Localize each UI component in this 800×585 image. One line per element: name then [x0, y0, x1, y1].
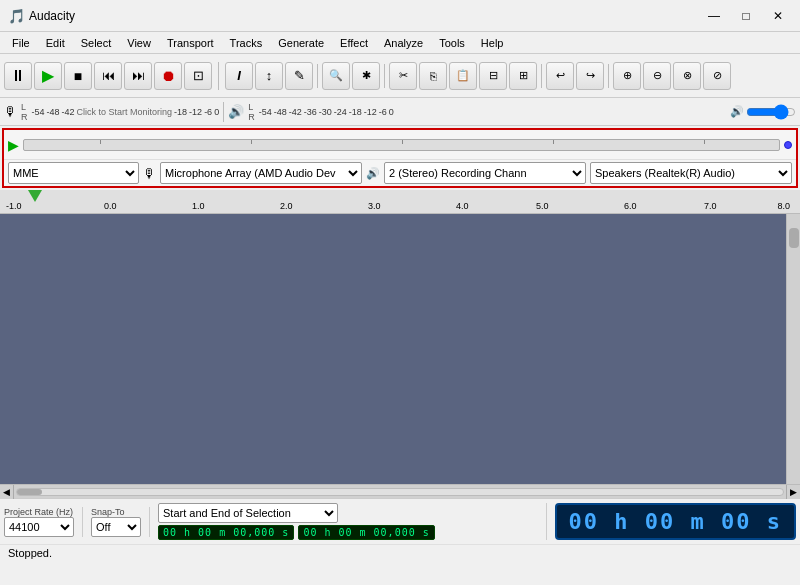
selection-type-select[interactable]: Start and End of Selection Start and Len… — [158, 503, 338, 523]
sel-end-display[interactable]: 00 h 00 m 00,000 s — [298, 525, 434, 540]
recording-device-toolbar: ▶ MME Windows DirectSound Windows WASAPI… — [2, 128, 798, 188]
play-button[interactable]: ▶ — [34, 62, 62, 90]
menu-item-transport[interactable]: Transport — [159, 32, 222, 54]
app-title: Audacity — [29, 9, 700, 23]
meter-sep — [223, 102, 224, 122]
volume-control: 🔊 — [730, 105, 796, 119]
app-icon: 🎵 — [8, 8, 25, 24]
scroll-right-arrow[interactable]: ▶ — [786, 485, 800, 499]
toolbar-sep3 — [541, 64, 542, 88]
close-button[interactable]: ✕ — [764, 6, 792, 26]
menu-item-tracks[interactable]: Tracks — [222, 32, 271, 54]
track-area — [0, 214, 800, 484]
mic-icon: 🎙 — [143, 166, 156, 181]
tools-right: I ↕ ✎ 🔍 ✱ ✂ ⎘ 📋 ⊟ ⊞ ↩ ↪ ⊕ ⊖ ⊗ ⊘ — [225, 62, 796, 90]
toolbar-sep4 — [608, 64, 609, 88]
skip-back-button[interactable]: ⏮ — [94, 62, 122, 90]
zoom-fit-button[interactable]: ⊖ — [643, 62, 671, 90]
menu-item-edit[interactable]: Edit — [38, 32, 73, 54]
status-text: Stopped. — [8, 547, 52, 559]
snap-to-select[interactable]: Off Nearest Prior — [91, 517, 141, 537]
zoom-fit2-button[interactable]: ⊗ — [673, 62, 701, 90]
recording-meter-row: ▶ — [4, 130, 796, 160]
ruler-ticks: -1.0 0.0 1.0 2.0 3.0 4.0 5.0 6.0 7.0 8.0 — [0, 190, 800, 213]
volume-slider[interactable] — [746, 105, 796, 119]
input-meter-icon[interactable]: 🎙 — [4, 104, 17, 119]
statusbar-main: Project Rate (Hz) 44100 22050 48000 Snap… — [0, 499, 800, 544]
transport-toolbar: ⏸ ▶ ■ ⏮ ⏭ ⏺ ⊡ I ↕ ✎ 🔍 ✱ ✂ ⎘ 📋 ⊟ ⊞ ↩ ↪ ⊕ … — [0, 54, 800, 98]
selection-section: Start and End of Selection Start and Len… — [158, 503, 547, 540]
toolbar-sep1 — [317, 64, 318, 88]
statusbar: Project Rate (Hz) 44100 22050 48000 Snap… — [0, 498, 800, 558]
empty-track-area[interactable] — [0, 214, 786, 484]
horizontal-scrollbar[interactable]: ◀ ▶ — [0, 484, 800, 498]
playhead-marker[interactable] — [28, 190, 42, 202]
recording-meter-bar — [23, 139, 780, 151]
volume-icon: 🔊 — [730, 105, 744, 118]
zoom-sel-button[interactable]: ⊕ — [613, 62, 641, 90]
device-selection-row: MME Windows DirectSound Windows WASAPI 🎙… — [4, 160, 796, 186]
status-text-bar: Stopped. — [0, 544, 800, 561]
menu-item-generate[interactable]: Generate — [270, 32, 332, 54]
meter-toolbar: 🎙 LR -54-48-42 Click to Start Monitoring… — [0, 98, 800, 126]
zoom-in-button[interactable]: 🔍 — [322, 62, 350, 90]
h-scrollbar-thumb[interactable] — [17, 489, 42, 495]
meter-dot — [784, 141, 792, 149]
menu-item-file[interactable]: File — [4, 32, 38, 54]
channels-select[interactable]: 2 (Stereo) Recording Chann 1 (Mono) — [384, 162, 586, 184]
transport-controls: ⏸ ▶ ■ ⏮ ⏭ ⏺ ⊡ — [4, 62, 219, 90]
host-select[interactable]: MME Windows DirectSound Windows WASAPI — [8, 162, 139, 184]
pause-button[interactable]: ⏸ — [4, 62, 32, 90]
snap-to-label: Snap-To — [91, 507, 125, 517]
lr-label-in: LR — [21, 102, 28, 122]
trim-button[interactable]: ⊟ — [479, 62, 507, 90]
silence-button[interactable]: ⊞ — [509, 62, 537, 90]
selection-times: 00 h 00 m 00,000 s 00 h 00 m 00,000 s — [158, 525, 435, 540]
time-display: 00 h 00 m 00 s — [555, 503, 796, 540]
menu-item-view[interactable]: View — [119, 32, 159, 54]
undo-button[interactable]: ↩ — [546, 62, 574, 90]
record-button[interactable]: ⏺ — [154, 62, 182, 90]
output-meter-icon[interactable]: 🔊 — [228, 104, 244, 119]
v-scrollbar-thumb[interactable] — [789, 228, 799, 248]
snap-to-section: Snap-To Off Nearest Prior — [91, 507, 150, 537]
project-rate-select[interactable]: 44100 22050 48000 — [4, 517, 74, 537]
click-monitor-label: Click to Start Monitoring — [77, 107, 173, 117]
menu-item-tools[interactable]: Tools — [431, 32, 473, 54]
stop-button[interactable]: ■ — [64, 62, 92, 90]
input-db-labels: -54-48-42 Click to Start Monitoring -18-… — [32, 107, 220, 117]
paste-button[interactable]: 📋 — [449, 62, 477, 90]
sel-start-display[interactable]: 00 h 00 m 00,000 s — [158, 525, 294, 540]
speaker-icon: 🔊 — [366, 167, 380, 180]
project-rate-label: Project Rate (Hz) — [4, 507, 73, 517]
skip-fwd-button[interactable]: ⏭ — [124, 62, 152, 90]
lr-label-out: LR — [248, 102, 255, 122]
maximize-button[interactable]: □ — [732, 6, 760, 26]
output-device-select[interactable]: Speakers (Realtek(R) Audio) — [590, 162, 792, 184]
output-db-labels: -54-48-42-36 -30-24-18-12 -60 — [259, 107, 726, 117]
project-rate-section: Project Rate (Hz) 44100 22050 48000 — [4, 507, 83, 537]
menu-item-analyze[interactable]: Analyze — [376, 32, 431, 54]
ruler: -1.0 0.0 1.0 2.0 3.0 4.0 5.0 6.0 7.0 8.0 — [0, 190, 800, 214]
input-device-select[interactable]: Microphone Array (AMD Audio Dev — [160, 162, 362, 184]
menubar: FileEditSelectViewTransportTracksGenerat… — [0, 32, 800, 54]
toolbar-sep2 — [384, 64, 385, 88]
scroll-left-arrow[interactable]: ◀ — [0, 485, 14, 499]
loop-button[interactable]: ⊡ — [184, 62, 212, 90]
vertical-scrollbar[interactable] — [786, 214, 800, 484]
titlebar: 🎵 Audacity — □ ✕ — [0, 0, 800, 32]
minimize-button[interactable]: — — [700, 6, 728, 26]
envelope-tool-button[interactable]: ↕ — [255, 62, 283, 90]
zoom-fit3-button[interactable]: ⊘ — [703, 62, 731, 90]
h-scrollbar-track[interactable] — [16, 488, 784, 496]
menu-item-select[interactable]: Select — [73, 32, 120, 54]
menu-item-help[interactable]: Help — [473, 32, 512, 54]
menu-item-effect[interactable]: Effect — [332, 32, 376, 54]
play-at-zero-button[interactable]: ▶ — [8, 137, 19, 153]
cut-button[interactable]: ✂ — [389, 62, 417, 90]
draw-tool-button[interactable]: ✎ — [285, 62, 313, 90]
redo-button[interactable]: ↪ — [576, 62, 604, 90]
select-tool-button[interactable]: I — [225, 62, 253, 90]
zoom-out-button[interactable]: ✱ — [352, 62, 380, 90]
copy-button[interactable]: ⎘ — [419, 62, 447, 90]
